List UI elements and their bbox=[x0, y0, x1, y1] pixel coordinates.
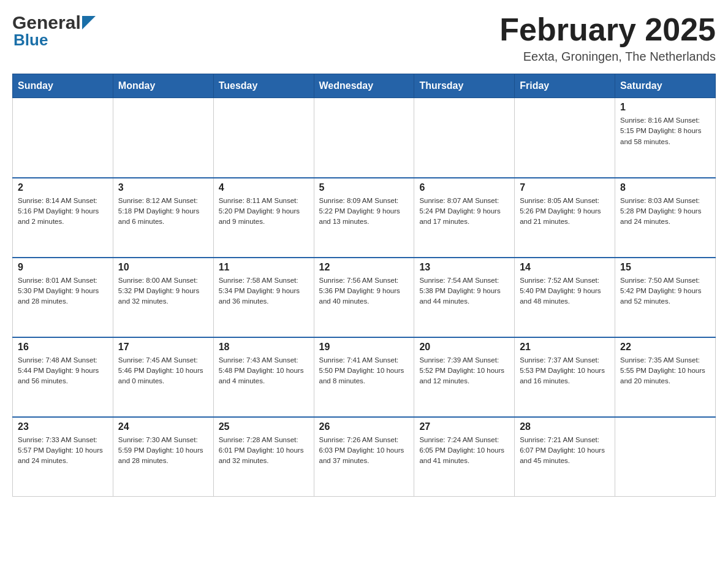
day-info: Sunrise: 7:21 AM Sunset: 6:07 PM Dayligh… bbox=[520, 435, 610, 467]
day-info: Sunrise: 7:43 AM Sunset: 5:48 PM Dayligh… bbox=[219, 355, 309, 387]
day-number: 20 bbox=[419, 342, 509, 353]
calendar-cell: 23Sunrise: 7:33 AM Sunset: 5:57 PM Dayli… bbox=[13, 417, 113, 497]
day-number: 22 bbox=[620, 342, 710, 353]
calendar-cell bbox=[414, 98, 515, 178]
calendar-cell: 18Sunrise: 7:43 AM Sunset: 5:48 PM Dayli… bbox=[213, 337, 314, 417]
day-number: 12 bbox=[319, 262, 409, 273]
day-number: 26 bbox=[319, 421, 409, 432]
day-info: Sunrise: 8:16 AM Sunset: 5:15 PM Dayligh… bbox=[620, 115, 710, 147]
day-info: Sunrise: 8:09 AM Sunset: 5:22 PM Dayligh… bbox=[319, 196, 409, 228]
calendar-table: SundayMondayTuesdayWednesdayThursdayFrid… bbox=[12, 74, 716, 497]
calendar-cell: 8Sunrise: 8:03 AM Sunset: 5:28 PM Daylig… bbox=[615, 178, 716, 258]
calendar-cell bbox=[113, 98, 213, 178]
weekday-header-row: SundayMondayTuesdayWednesdayThursdayFrid… bbox=[13, 74, 716, 98]
day-number: 6 bbox=[419, 182, 509, 193]
day-info: Sunrise: 7:52 AM Sunset: 5:40 PM Dayligh… bbox=[520, 275, 610, 307]
calendar-cell: 22Sunrise: 7:35 AM Sunset: 5:55 PM Dayli… bbox=[615, 337, 716, 417]
calendar-week-row: 9Sunrise: 8:01 AM Sunset: 5:30 PM Daylig… bbox=[13, 258, 716, 337]
day-info: Sunrise: 8:03 AM Sunset: 5:28 PM Dayligh… bbox=[620, 196, 710, 228]
logo-blue-text: Blue bbox=[13, 31, 48, 50]
day-number: 11 bbox=[219, 262, 309, 273]
day-number: 10 bbox=[118, 262, 208, 273]
calendar-cell: 25Sunrise: 7:28 AM Sunset: 6:01 PM Dayli… bbox=[213, 417, 314, 497]
day-number: 24 bbox=[118, 421, 208, 432]
calendar-cell: 3Sunrise: 8:12 AM Sunset: 5:18 PM Daylig… bbox=[113, 178, 213, 258]
weekday-header-friday: Friday bbox=[515, 74, 615, 98]
calendar-cell bbox=[615, 417, 716, 497]
calendar-cell: 21Sunrise: 7:37 AM Sunset: 5:53 PM Dayli… bbox=[515, 337, 615, 417]
calendar-cell: 15Sunrise: 7:50 AM Sunset: 5:42 PM Dayli… bbox=[615, 258, 716, 337]
calendar-cell: 4Sunrise: 8:11 AM Sunset: 5:20 PM Daylig… bbox=[213, 178, 314, 258]
calendar-cell: 9Sunrise: 8:01 AM Sunset: 5:30 PM Daylig… bbox=[13, 258, 113, 337]
calendar-cell bbox=[515, 98, 615, 178]
day-number: 7 bbox=[520, 182, 610, 193]
calendar-cell: 17Sunrise: 7:45 AM Sunset: 5:46 PM Dayli… bbox=[113, 337, 213, 417]
weekday-header-wednesday: Wednesday bbox=[314, 74, 414, 98]
calendar-cell: 12Sunrise: 7:56 AM Sunset: 5:36 PM Dayli… bbox=[314, 258, 414, 337]
weekday-header-saturday: Saturday bbox=[615, 74, 716, 98]
calendar-subtitle: Eexta, Groningen, The Netherlands bbox=[499, 50, 716, 64]
day-number: 4 bbox=[219, 182, 309, 193]
calendar-week-row: 1Sunrise: 8:16 AM Sunset: 5:15 PM Daylig… bbox=[13, 98, 716, 178]
calendar-cell bbox=[213, 98, 314, 178]
day-info: Sunrise: 7:30 AM Sunset: 5:59 PM Dayligh… bbox=[118, 435, 208, 467]
day-info: Sunrise: 7:56 AM Sunset: 5:36 PM Dayligh… bbox=[319, 275, 409, 307]
day-number: 14 bbox=[520, 262, 610, 273]
calendar-cell bbox=[314, 98, 414, 178]
day-info: Sunrise: 7:41 AM Sunset: 5:50 PM Dayligh… bbox=[319, 355, 409, 387]
weekday-header-tuesday: Tuesday bbox=[213, 74, 314, 98]
title-area: February 2025 Eexta, Groningen, The Neth… bbox=[499, 12, 716, 64]
logo: General Blue bbox=[12, 12, 96, 50]
logo-arrow-icon bbox=[82, 16, 96, 29]
calendar-cell: 14Sunrise: 7:52 AM Sunset: 5:40 PM Dayli… bbox=[515, 258, 615, 337]
calendar-week-row: 23Sunrise: 7:33 AM Sunset: 5:57 PM Dayli… bbox=[13, 417, 716, 497]
day-number: 8 bbox=[620, 182, 710, 193]
calendar-cell: 24Sunrise: 7:30 AM Sunset: 5:59 PM Dayli… bbox=[113, 417, 213, 497]
day-info: Sunrise: 7:24 AM Sunset: 6:05 PM Dayligh… bbox=[419, 435, 509, 467]
day-info: Sunrise: 8:12 AM Sunset: 5:18 PM Dayligh… bbox=[118, 196, 208, 228]
calendar-cell: 20Sunrise: 7:39 AM Sunset: 5:52 PM Dayli… bbox=[414, 337, 515, 417]
day-info: Sunrise: 7:58 AM Sunset: 5:34 PM Dayligh… bbox=[219, 275, 309, 307]
day-number: 27 bbox=[419, 421, 509, 432]
calendar-cell: 7Sunrise: 8:05 AM Sunset: 5:26 PM Daylig… bbox=[515, 178, 615, 258]
calendar-title: February 2025 bbox=[499, 12, 716, 47]
day-info: Sunrise: 8:01 AM Sunset: 5:30 PM Dayligh… bbox=[18, 275, 108, 307]
weekday-header-monday: Monday bbox=[113, 74, 213, 98]
day-info: Sunrise: 8:00 AM Sunset: 5:32 PM Dayligh… bbox=[118, 275, 208, 307]
day-number: 21 bbox=[520, 342, 610, 353]
weekday-header-sunday: Sunday bbox=[13, 74, 113, 98]
day-number: 3 bbox=[118, 182, 208, 193]
day-number: 17 bbox=[118, 342, 208, 353]
calendar-cell: 5Sunrise: 8:09 AM Sunset: 5:22 PM Daylig… bbox=[314, 178, 414, 258]
calendar-week-row: 16Sunrise: 7:48 AM Sunset: 5:44 PM Dayli… bbox=[13, 337, 716, 417]
day-number: 16 bbox=[18, 342, 108, 353]
calendar-cell: 28Sunrise: 7:21 AM Sunset: 6:07 PM Dayli… bbox=[515, 417, 615, 497]
day-number: 18 bbox=[219, 342, 309, 353]
calendar-cell: 26Sunrise: 7:26 AM Sunset: 6:03 PM Dayli… bbox=[314, 417, 414, 497]
page-header: General Blue February 2025 Eexta, Gronin… bbox=[12, 12, 716, 64]
day-number: 19 bbox=[319, 342, 409, 353]
day-number: 5 bbox=[319, 182, 409, 193]
day-number: 1 bbox=[620, 102, 710, 113]
day-number: 9 bbox=[18, 262, 108, 273]
day-info: Sunrise: 7:37 AM Sunset: 5:53 PM Dayligh… bbox=[520, 355, 610, 387]
day-info: Sunrise: 7:26 AM Sunset: 6:03 PM Dayligh… bbox=[319, 435, 409, 467]
day-number: 25 bbox=[219, 421, 309, 432]
day-info: Sunrise: 7:28 AM Sunset: 6:01 PM Dayligh… bbox=[219, 435, 309, 467]
day-info: Sunrise: 7:48 AM Sunset: 5:44 PM Dayligh… bbox=[18, 355, 108, 387]
calendar-cell: 11Sunrise: 7:58 AM Sunset: 5:34 PM Dayli… bbox=[213, 258, 314, 337]
svg-marker-0 bbox=[82, 16, 96, 29]
day-info: Sunrise: 8:07 AM Sunset: 5:24 PM Dayligh… bbox=[419, 196, 509, 228]
calendar-cell: 1Sunrise: 8:16 AM Sunset: 5:15 PM Daylig… bbox=[615, 98, 716, 178]
day-info: Sunrise: 8:05 AM Sunset: 5:26 PM Dayligh… bbox=[520, 196, 610, 228]
day-info: Sunrise: 7:50 AM Sunset: 5:42 PM Dayligh… bbox=[620, 275, 710, 307]
weekday-header-thursday: Thursday bbox=[414, 74, 515, 98]
day-info: Sunrise: 7:54 AM Sunset: 5:38 PM Dayligh… bbox=[419, 275, 509, 307]
calendar-cell: 27Sunrise: 7:24 AM Sunset: 6:05 PM Dayli… bbox=[414, 417, 515, 497]
calendar-cell: 6Sunrise: 8:07 AM Sunset: 5:24 PM Daylig… bbox=[414, 178, 515, 258]
logo-general-text: General bbox=[12, 12, 81, 33]
calendar-cell: 10Sunrise: 8:00 AM Sunset: 5:32 PM Dayli… bbox=[113, 258, 213, 337]
day-info: Sunrise: 7:33 AM Sunset: 5:57 PM Dayligh… bbox=[18, 435, 108, 467]
day-info: Sunrise: 8:14 AM Sunset: 5:16 PM Dayligh… bbox=[18, 196, 108, 228]
calendar-cell: 16Sunrise: 7:48 AM Sunset: 5:44 PM Dayli… bbox=[13, 337, 113, 417]
